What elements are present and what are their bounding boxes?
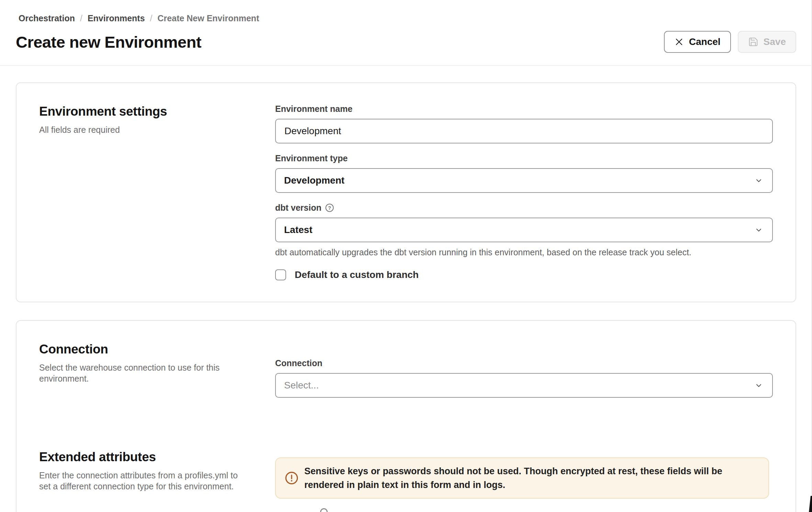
connection-heading: Connection: [39, 341, 251, 357]
save-button-label: Save: [764, 36, 786, 47]
warning-text: Sensitive keys or passwords should not b…: [304, 464, 759, 492]
connection-form: Connection Select...: [275, 341, 773, 398]
environment-type-select[interactable]: Development: [275, 168, 773, 193]
dbt-version-value: Latest: [284, 224, 312, 235]
extended-attributes-form: Sensitive keys or passwords should not b…: [275, 449, 773, 499]
chevron-down-icon: [754, 175, 764, 186]
breadcrumb: Orchestration / Environments / Create Ne…: [19, 13, 796, 23]
dbt-version-label: dbt version ?: [275, 202, 773, 213]
environment-type-label: Environment type: [275, 153, 773, 164]
breadcrumb-environments[interactable]: Environments: [88, 13, 145, 23]
environment-settings-subheading: All fields are required: [39, 124, 245, 135]
breadcrumb-orchestration[interactable]: Orchestration: [19, 13, 75, 23]
warning-banner: Sensitive keys or passwords should not b…: [275, 457, 769, 499]
breadcrumb-current-page: Create New Environment: [158, 13, 259, 23]
extended-attributes-description: Enter the connection attributes from a p…: [39, 470, 245, 492]
dbt-version-select[interactable]: Latest: [275, 218, 773, 242]
connection-card: Connection Select the warehouse connecti…: [16, 320, 796, 512]
save-icon: [748, 37, 758, 47]
connection-label: Connection: [275, 358, 773, 369]
custom-branch-row: Default to a custom branch: [275, 269, 773, 280]
dbt-version-label-text: dbt version: [275, 202, 322, 213]
chevron-down-icon: [754, 225, 764, 235]
environment-type-value: Development: [284, 175, 345, 186]
cancel-button[interactable]: Cancel: [664, 31, 731, 53]
alert-circle-icon: [285, 471, 298, 485]
connection-description: Select the warehouse connection to use f…: [39, 362, 245, 384]
extended-attributes-intro: Extended attributes Enter the connection…: [39, 449, 275, 499]
breadcrumb-separator: /: [150, 13, 153, 23]
environment-settings-intro: Environment settings All fields are requ…: [39, 104, 275, 280]
chevron-down-icon: [754, 380, 764, 391]
environment-name-label: Environment name: [275, 104, 773, 114]
close-icon: [674, 37, 684, 47]
connection-field: Connection Select...: [275, 358, 773, 398]
connection-intro: Connection Select the warehouse connecti…: [39, 341, 275, 398]
environment-name-field: Environment name: [275, 104, 773, 143]
cancel-button-label: Cancel: [689, 36, 721, 47]
custom-branch-label: Default to a custom branch: [295, 269, 419, 280]
environment-settings-heading: Environment settings: [39, 104, 251, 119]
breadcrumb-separator: /: [80, 13, 82, 23]
environment-settings-card: Environment settings All fields are requ…: [16, 82, 796, 302]
svg-text:?: ?: [328, 205, 331, 211]
page-header: Orchestration / Environments / Create Ne…: [0, 0, 812, 66]
custom-branch-checkbox[interactable]: [275, 269, 286, 280]
save-button[interactable]: Save: [738, 31, 796, 53]
environment-name-input[interactable]: [275, 119, 773, 143]
extended-attributes-section: Extended attributes Enter the connection…: [39, 449, 773, 499]
environment-type-field: Environment type Development: [275, 153, 773, 193]
header-actions: Cancel Save: [664, 31, 796, 53]
connection-placeholder: Select...: [284, 380, 319, 391]
main-content: Environment settings All fields are requ…: [0, 66, 812, 512]
connection-section: Connection Select the warehouse connecti…: [39, 341, 773, 398]
help-icon[interactable]: ?: [325, 203, 334, 212]
dbt-version-hint: dbt automatically upgrades the dbt versi…: [275, 247, 773, 258]
dbt-version-field: dbt version ? Latest: [275, 202, 773, 258]
environment-settings-form: Environment name Environment type Develo…: [275, 104, 773, 280]
extended-attributes-heading: Extended attributes: [39, 449, 251, 465]
page-title: Create new Environment: [16, 33, 201, 51]
connection-select[interactable]: Select...: [275, 373, 773, 398]
